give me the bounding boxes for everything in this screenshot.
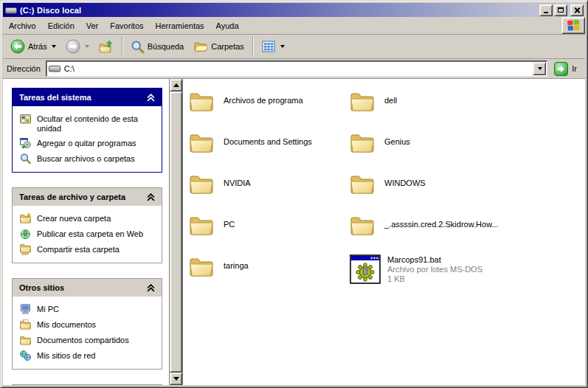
drive-icon <box>49 64 60 73</box>
folder-icon <box>350 89 375 112</box>
collapse-chevron-icon[interactable] <box>147 193 155 201</box>
maximize-icon <box>558 7 564 13</box>
folder-icon <box>189 213 214 236</box>
task-add-remove-programs[interactable]: Agregar o quitar programas <box>19 137 157 149</box>
task-new-folder[interactable]: Crear nueva carpeta <box>19 212 157 224</box>
folder-tile[interactable]: _.assssin.cred.2.Skidrow.How... <box>350 213 542 254</box>
forward-icon <box>66 39 80 54</box>
back-icon <box>10 39 25 54</box>
up-button[interactable] <box>94 36 118 57</box>
drive-icon <box>5 5 17 15</box>
folder-tile[interactable]: NVIDIA <box>189 172 350 213</box>
folder-name: dell <box>384 96 397 105</box>
menu-edicion[interactable]: Edición <box>42 17 80 34</box>
triangle-up-icon <box>173 83 179 87</box>
minimize-button[interactable] <box>539 4 553 16</box>
forward-dropdown-icon[interactable] <box>85 45 89 48</box>
file-tile[interactable]: Marcops91.bat Archivo por lotes MS-DOS 1… <box>350 254 542 296</box>
menu-bar: Archivo Edición Ver Favoritos Herramient… <box>3 17 585 35</box>
address-value: C:\ <box>64 64 533 73</box>
address-input[interactable]: C:\ <box>46 60 547 77</box>
folder-tile[interactable]: WINDOWS <box>350 172 542 213</box>
task-publish-web[interactable]: Publicar esta carpeta en Web <box>19 228 157 240</box>
link-my-pc[interactable]: Mi PC <box>19 303 157 315</box>
address-bar: Dirección C:\ Ir <box>3 59 585 79</box>
folder-icon <box>350 172 375 195</box>
panel-file-folder-tasks-header[interactable]: Tareas de archivo y carpeta <box>13 188 162 206</box>
close-icon <box>574 7 581 13</box>
network-places-icon <box>19 350 32 361</box>
scroll-up-button[interactable] <box>170 79 182 91</box>
task-share-folder[interactable]: Compartir esta carpeta <box>19 243 157 255</box>
task-pane-scrollbar[interactable] <box>170 79 183 385</box>
share-folder-icon <box>19 243 32 255</box>
folder-tile[interactable]: Genius <box>350 131 542 172</box>
title-bar[interactable]: (C:) Disco local <box>3 3 585 17</box>
link-shared-documents[interactable]: Documentos compartidos <box>19 334 157 346</box>
collapse-chevron-icon[interactable] <box>147 94 155 102</box>
task-label: Mis documentos <box>37 319 96 330</box>
window-title: (C:) Disco local <box>20 6 81 15</box>
chevron-down-icon <box>538 67 542 70</box>
task-label: Compartir esta carpeta <box>37 243 120 254</box>
file-type: Archivo por lotes MS-DOS <box>387 265 482 274</box>
folder-tile[interactable]: Documents and Settings <box>189 131 350 172</box>
ms-dos-batch-file-icon <box>350 254 381 284</box>
task-label: Buscar archivos o carpetas <box>37 153 135 164</box>
close-button[interactable] <box>570 4 584 16</box>
file-name: Marcops91.bat <box>387 255 482 265</box>
folder-tile[interactable]: PC <box>189 213 350 254</box>
folder-icon <box>189 172 214 195</box>
scrollbar-thumb[interactable] <box>170 91 182 373</box>
search-label: Búsqueda <box>148 42 184 51</box>
go-arrow-icon <box>554 62 568 76</box>
folders-icon <box>193 39 208 54</box>
menu-ver[interactable]: Ver <box>80 17 105 34</box>
task-search-files[interactable]: Buscar archivos o carpetas <box>19 153 157 164</box>
folders-label: Carpetas <box>211 42 244 51</box>
folder-name: taringa <box>224 261 249 271</box>
panel-title: Tareas de archivo y carpeta <box>19 193 125 201</box>
collapse-chevron-icon[interactable] <box>147 284 155 292</box>
menu-archivo[interactable]: Archivo <box>3 17 42 34</box>
task-hide-contents[interactable]: Ocultar el contenido de esta unidad <box>19 113 157 134</box>
views-button[interactable] <box>257 36 289 57</box>
address-dropdown-button[interactable] <box>533 62 546 75</box>
task-label: Mi PC <box>37 303 59 314</box>
folder-name: WINDOWS <box>384 179 426 188</box>
file-list[interactable]: Archivos de programa Documents and Setti… <box>183 79 585 385</box>
panel-other-places: Otros sitios Mi PC <box>12 278 162 370</box>
panel-title: Tareas del sistema <box>19 93 91 102</box>
address-label: Dirección <box>7 64 41 73</box>
go-button[interactable]: Ir <box>553 62 581 76</box>
menu-ayuda[interactable]: Ayuda <box>210 17 245 34</box>
folder-icon <box>189 254 214 277</box>
folder-name: Archivos de programa <box>224 96 303 105</box>
link-network-places[interactable]: Mis sitios de red <box>19 350 157 361</box>
folder-tile[interactable]: Archivos de programa <box>189 89 350 131</box>
menu-herramientas[interactable]: Herramientas <box>150 17 210 34</box>
views-icon <box>261 39 276 54</box>
content-area: Tareas del sistema Ocultar el contenido … <box>3 79 585 385</box>
views-dropdown-icon[interactable] <box>280 45 285 48</box>
search-icon <box>131 40 145 54</box>
folder-name: PC <box>224 220 235 229</box>
forward-button[interactable] <box>61 36 94 57</box>
maximize-button[interactable] <box>554 4 567 16</box>
triangle-down-icon <box>173 377 179 381</box>
menu-favoritos[interactable]: Favoritos <box>104 17 149 34</box>
new-folder-icon <box>19 212 32 224</box>
back-button[interactable]: Atrás <box>6 36 60 57</box>
search-button[interactable]: Búsqueda <box>126 37 189 57</box>
folder-tile[interactable]: dell <box>350 89 542 131</box>
scroll-down-button[interactable] <box>170 373 182 385</box>
panel-other-places-header[interactable]: Otros sitios <box>13 279 162 297</box>
task-label: Documentos compartidos <box>37 334 129 345</box>
folder-tile[interactable]: taringa <box>189 254 350 296</box>
task-pane: Tareas del sistema Ocultar el contenido … <box>3 79 170 385</box>
back-dropdown-icon[interactable] <box>52 45 56 48</box>
my-documents-icon <box>19 319 32 330</box>
folders-button[interactable]: Carpetas <box>189 36 249 57</box>
panel-system-tasks-header[interactable]: Tareas del sistema <box>13 89 162 106</box>
link-my-documents[interactable]: Mis documentos <box>19 319 157 330</box>
